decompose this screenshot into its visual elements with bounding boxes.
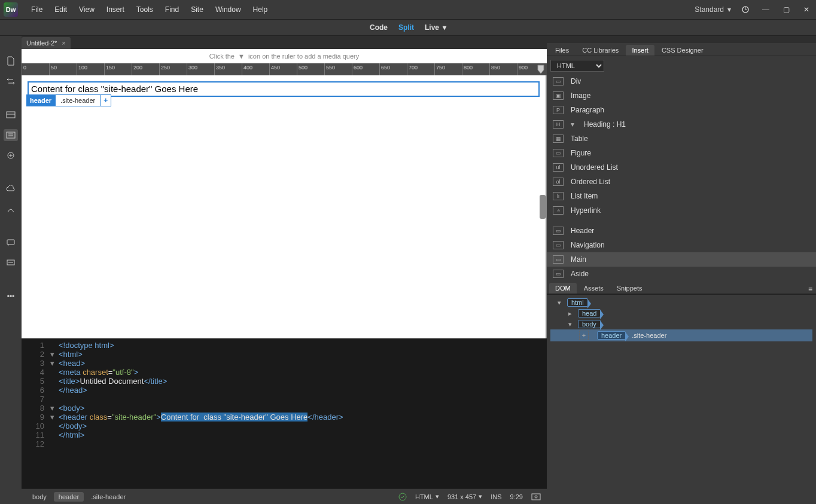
insert-item-table[interactable]: ▦Table <box>547 132 816 146</box>
hud-classname[interactable]: .site-header <box>55 94 101 106</box>
panel-tab-assets[interactable]: Assets <box>578 283 610 294</box>
selector-crumb[interactable]: body <box>28 492 51 502</box>
insert-item-header[interactable]: ▭Header <box>547 224 816 238</box>
document-tab-label: Untitled-2* <box>26 39 57 47</box>
code-editor[interactable]: 1 <!doctype html>2▾<html>3▾<head>4 <meta… <box>22 338 547 488</box>
insert-category-dropdown[interactable]: HTML <box>550 60 604 72</box>
status-insert-mode[interactable]: INS <box>491 493 501 500</box>
dom-node-header[interactable]: + header .site-header <box>550 329 812 341</box>
live-design-view[interactable]: Content for class "site-header" Goes Her… <box>22 75 547 338</box>
insert-item-list-item[interactable]: liList Item <box>547 189 816 203</box>
status-preview-icon[interactable] <box>531 493 541 501</box>
extract-icon[interactable] <box>4 203 18 215</box>
code-line[interactable]: 7 <box>22 395 547 404</box>
more-tools-icon[interactable]: ••• <box>4 291 18 303</box>
code-line[interactable]: 3▾<head> <box>22 359 547 368</box>
dom-add-button[interactable]: + <box>579 331 589 340</box>
snippets-icon[interactable] <box>4 257 18 269</box>
dom-tag-head: head <box>578 309 601 317</box>
insert-item-figure[interactable]: ▭Figure <box>547 146 816 160</box>
status-doctype[interactable]: HTML ▾ <box>415 493 439 500</box>
status-dimensions[interactable]: 931 x 457 ▾ <box>447 493 482 500</box>
sync-settings-icon[interactable] <box>739 4 751 16</box>
close-button[interactable]: ✕ <box>800 4 812 16</box>
workspace-switcher[interactable]: Standard ▾ <box>695 5 731 14</box>
code-line[interactable]: 11 </html> <box>22 430 547 439</box>
insert-item-aside[interactable]: ▭Aside <box>547 267 816 281</box>
insert-item-image[interactable]: ▣Image <box>547 88 816 103</box>
menu-view[interactable]: View <box>73 5 101 14</box>
insert-item-hyperlink[interactable]: ⟐Hyperlink <box>547 203 816 218</box>
insert-item-navigation[interactable]: ▭Navigation <box>547 238 816 252</box>
ruler-breakpoint-marker-icon[interactable] <box>536 63 546 75</box>
dom-node-head[interactable]: ▸ head <box>550 308 812 319</box>
comment-icon[interactable] <box>4 237 18 249</box>
minimize-button[interactable]: — <box>760 4 772 16</box>
element-display-hud: header .site-header + <box>26 94 111 106</box>
insert-item-div[interactable]: ▭Div <box>547 74 816 88</box>
live-view-options-icon[interactable] <box>4 129 18 141</box>
scrollbar-thumb[interactable] <box>540 195 546 219</box>
code-line[interactable]: 5 <title>Untitled Document</title> <box>22 377 547 386</box>
twisty-open-icon[interactable]: ▾ <box>558 299 565 307</box>
selector-crumb[interactable]: .site-header <box>86 492 130 502</box>
close-icon[interactable]: × <box>62 39 65 47</box>
file-management-icon[interactable] <box>4 55 18 67</box>
inspect-icon[interactable] <box>4 149 18 161</box>
hud-add-class-button[interactable]: + <box>101 94 111 106</box>
panel-tab-files[interactable]: Files <box>549 45 575 56</box>
code-line[interactable]: 6 </head> <box>22 386 547 395</box>
code-line[interactable]: 9▾<header class="site-header">Content fo… <box>22 413 547 421</box>
insert-item-unordered-list[interactable]: ulUnordered List <box>547 160 816 175</box>
code-line[interactable]: 2▾<html> <box>22 350 547 359</box>
menu-file[interactable]: File <box>25 5 48 14</box>
menu-site[interactable]: Site <box>185 5 209 14</box>
ruler-tick: 100 <box>77 63 104 75</box>
dom-node-body[interactable]: ▾ body <box>550 319 812 329</box>
panel-tab-dom[interactable]: DOM <box>549 283 577 294</box>
horizontal-ruler[interactable]: 0501001502002503003504004505005506006507… <box>22 63 547 75</box>
menu-find[interactable]: Find <box>159 5 185 14</box>
document-tab[interactable]: Untitled-2* × <box>22 37 71 49</box>
selector-crumb[interactable]: header <box>54 492 84 502</box>
insert-category-select[interactable]: HTML <box>550 60 812 72</box>
code-line[interactable]: 4 <meta charset="utf-8"> <box>22 368 547 377</box>
sync-icon[interactable] <box>4 75 18 87</box>
menu-insert[interactable]: Insert <box>101 5 130 14</box>
code-line[interactable]: 1 <!doctype html> <box>22 341 547 350</box>
right-panels: FilesCC LibrariesInsertCSS Designer HTML… <box>547 43 816 504</box>
code-line[interactable]: 10 </body> <box>22 421 547 430</box>
menu-edit[interactable]: Edit <box>48 5 73 14</box>
svg-point-8 <box>535 496 537 498</box>
twisty-closed-icon[interactable]: ▸ <box>568 310 576 317</box>
panel-options-icon[interactable]: ≡ <box>808 285 812 294</box>
view-mode-split[interactable]: Split <box>398 23 414 32</box>
panel-tab-css-designer[interactable]: CSS Designer <box>656 45 710 56</box>
dom-class-header: .site-header <box>632 332 666 339</box>
maximize-button[interactable]: ▢ <box>780 4 792 16</box>
insert-item-paragraph[interactable]: PParagraph <box>547 103 816 117</box>
insert-item-heading-h1[interactable]: H▾Heading : H1 <box>547 117 816 132</box>
status-doctype-label: HTML <box>415 493 433 500</box>
insert-item-icon: li <box>553 192 564 200</box>
cloud-icon[interactable] <box>4 183 18 195</box>
menu-tools[interactable]: Tools <box>130 5 159 14</box>
view-mode-live[interactable]: Live ▾ <box>425 23 446 32</box>
panel-tab-insert[interactable]: Insert <box>626 45 654 56</box>
menu-help[interactable]: Help <box>247 5 274 14</box>
insert-item-ordered-list[interactable]: olOrdered List <box>547 175 816 189</box>
view-mode-code[interactable]: Code <box>370 23 388 32</box>
menu-window[interactable]: Window <box>209 5 247 14</box>
hud-tagname[interactable]: header <box>26 94 55 106</box>
panel-tab-cc-libraries[interactable]: CC Libraries <box>576 45 625 56</box>
code-collapse-icon[interactable] <box>4 109 18 121</box>
dom-tree[interactable]: ▾ html ▸ head ▾ body + header .site-head… <box>547 295 816 504</box>
status-no-errors-icon[interactable] <box>398 493 407 501</box>
panel-tab-snippets[interactable]: Snippets <box>611 283 648 294</box>
dom-node-html[interactable]: ▾ html <box>550 297 812 308</box>
code-line[interactable]: 12 <box>22 439 547 448</box>
twisty-open-icon[interactable]: ▾ <box>568 320 576 328</box>
code-line[interactable]: 8▾<body> <box>22 404 547 413</box>
insert-item-label: Aside <box>571 270 589 278</box>
insert-item-main[interactable]: ▭Main <box>547 252 816 267</box>
